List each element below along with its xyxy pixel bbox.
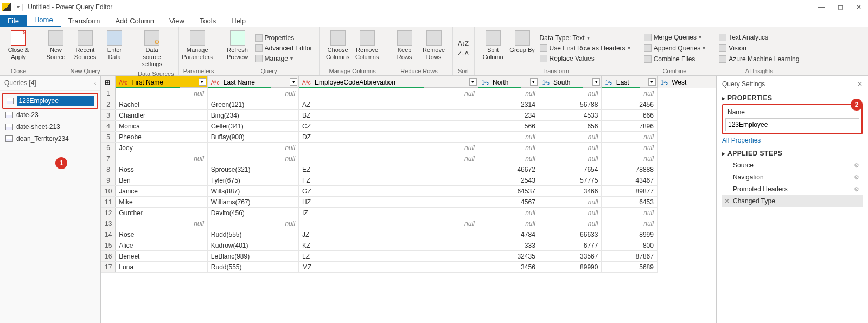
table-row[interactable]: 5PheobeBuffay(900)DZnullnullnull (101, 132, 716, 143)
cell[interactable]: EZ (299, 164, 478, 175)
row-number[interactable]: 2 (101, 99, 116, 110)
cell[interactable]: Rose (116, 229, 207, 240)
row-number[interactable]: 9 (101, 175, 116, 186)
first-row-headers-button[interactable]: Use First Row as Headers▾ (538, 43, 633, 53)
cell[interactable]: 43467 (602, 175, 657, 186)
row-number[interactable]: 7 (101, 153, 116, 164)
step-changed-type[interactable]: ✕Changed Type (722, 195, 863, 207)
query-item[interactable]: dean_Territory234 (2, 133, 98, 145)
data-source-settings-button[interactable]: ⚙Data source settings (138, 29, 166, 69)
cell[interactable]: Pheobe (116, 132, 207, 143)
cell[interactable]: null (207, 143, 298, 153)
cell[interactable]: 6453 (602, 197, 657, 208)
cell[interactable]: 800 (602, 240, 657, 251)
tab-home[interactable]: Home (27, 14, 61, 27)
cell[interactable]: Bing(234) (207, 110, 298, 121)
row-number[interactable]: 5 (101, 132, 116, 143)
cell[interactable]: null (299, 153, 478, 164)
cell[interactable]: null (539, 132, 602, 143)
column-header[interactable]: 1²₃ North▾ (478, 76, 539, 88)
cell[interactable]: Rudd(555) (207, 262, 298, 273)
row-number[interactable]: 4 (101, 121, 116, 132)
cell[interactable]: IZ (299, 208, 478, 218)
filter-dropdown-icon[interactable]: ▾ (530, 78, 538, 86)
cell[interactable]: 89990 (539, 262, 602, 273)
cell[interactable]: null (299, 218, 478, 229)
cell[interactable]: Rachel (116, 99, 207, 110)
cell[interactable]: 234 (478, 110, 539, 121)
cell[interactable]: LeBlanc(989) (207, 251, 298, 262)
manage-button[interactable]: Manage▾ (253, 54, 315, 63)
advanced-editor-button[interactable]: Advanced Editor (253, 43, 315, 53)
cell[interactable]: 3456 (478, 262, 539, 273)
cell[interactable]: LZ (299, 251, 478, 262)
cell[interactable]: 64537 (478, 186, 539, 197)
choose-columns-button[interactable]: Choose Columns (324, 29, 352, 67)
remove-columns-button[interactable]: Remove Columns (353, 29, 381, 67)
cell[interactable]: null (539, 143, 602, 153)
cell[interactable]: null (478, 88, 539, 99)
cell[interactable]: null (602, 153, 657, 164)
table-row[interactable]: 9BenTyler(675)FZ25435777543467 (101, 175, 716, 186)
all-properties-link[interactable]: All Properties (722, 134, 863, 146)
minimize-icon[interactable]: — (818, 3, 825, 11)
merge-queries-button[interactable]: Merge Queries▾ (642, 33, 708, 42)
cell[interactable]: Janice (116, 186, 207, 197)
cell[interactable]: 33567 (539, 251, 602, 262)
cell[interactable]: null (539, 208, 602, 218)
cell[interactable]: 46672 (478, 164, 539, 175)
table-row[interactable]: 11MikeWilliams(767)HZ4567null6453 (101, 197, 716, 208)
column-header[interactable]: 1²₃ West (657, 76, 716, 88)
step-source[interactable]: Source⚙ (722, 159, 863, 171)
cell[interactable]: Monica (116, 121, 207, 132)
query-name-input[interactable] (725, 118, 859, 131)
cell[interactable]: 57775 (539, 175, 602, 186)
cell[interactable]: 87867 (602, 251, 657, 262)
cell[interactable]: CZ (299, 121, 478, 132)
cell[interactable]: Ben (116, 175, 207, 186)
cell[interactable]: FZ (299, 175, 478, 186)
cell[interactable]: 5689 (602, 262, 657, 273)
tab-tools[interactable]: Tools (192, 15, 224, 27)
cell[interactable]: 8999 (602, 229, 657, 240)
keep-rows-button[interactable]: Keep Rows (391, 29, 419, 67)
filter-dropdown-icon[interactable]: ▾ (469, 78, 477, 86)
remove-rows-button[interactable]: Remove Rows (420, 29, 448, 67)
group-by-button[interactable]: Group By (508, 29, 537, 67)
delete-step-icon[interactable]: ✕ (724, 197, 730, 205)
cell[interactable]: 78888 (602, 164, 657, 175)
cell[interactable]: 6777 (539, 240, 602, 251)
cell[interactable]: null (539, 197, 602, 208)
row-number[interactable]: 8 (101, 164, 116, 175)
table-row[interactable]: 14RoseRudd(555)JZ4784666338999 (101, 229, 716, 240)
cell[interactable]: 566 (478, 121, 539, 132)
cell[interactable]: Sprouse(321) (207, 164, 298, 175)
table-row[interactable]: 8RossSprouse(321)EZ46672765478888 (101, 164, 716, 175)
cell[interactable]: Kudrow(401) (207, 240, 298, 251)
cell[interactable]: 7654 (539, 164, 602, 175)
table-row[interactable]: 16BeneetLeBlanc(989)LZ324353356787867 (101, 251, 716, 262)
cell[interactable]: JZ (299, 229, 478, 240)
cell[interactable]: 4533 (539, 110, 602, 121)
gear-icon[interactable]: ⚙ (854, 174, 859, 181)
cell[interactable]: 2314 (478, 99, 539, 110)
cell[interactable]: Alice (116, 240, 207, 251)
cell[interactable]: Ross (116, 164, 207, 175)
cell[interactable]: null (116, 88, 207, 99)
cell[interactable]: null (539, 88, 602, 99)
cell[interactable]: null (299, 88, 478, 99)
cell[interactable]: 3466 (539, 186, 602, 197)
sort-asc-button[interactable]: A↓Z (457, 39, 470, 48)
new-source-button[interactable]: New Source (42, 29, 70, 67)
row-number[interactable]: 12 (101, 208, 116, 218)
table-row[interactable]: 10JaniceWills(887)GZ64537346689877 (101, 186, 716, 197)
corner-cell[interactable]: ⊞ (101, 76, 116, 88)
tab-add-column[interactable]: Add Column (107, 15, 162, 27)
refresh-preview-button[interactable]: Refresh Preview (224, 29, 252, 67)
column-header[interactable]: Aᴮc First Name▾ (116, 76, 207, 88)
cell[interactable]: null (602, 132, 657, 143)
cell[interactable]: 656 (539, 121, 602, 132)
cell[interactable]: Rudd(555) (207, 229, 298, 240)
cell[interactable]: null (539, 153, 602, 164)
cell[interactable]: 333 (478, 240, 539, 251)
